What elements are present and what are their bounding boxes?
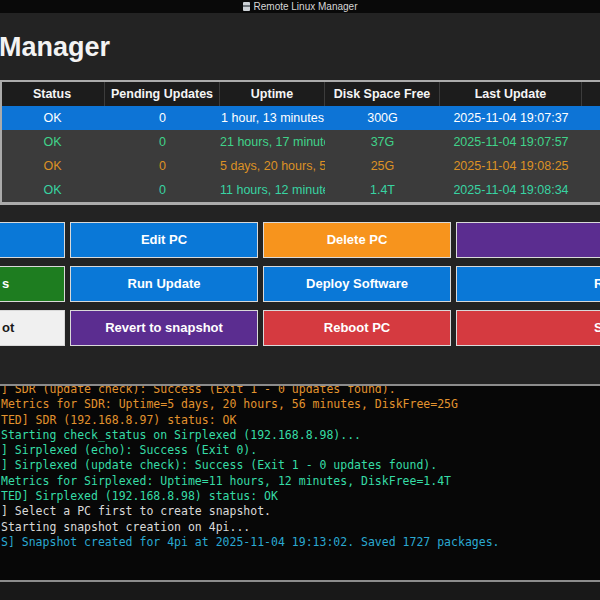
column-header-2[interactable]: Uptime (220, 82, 325, 106)
table-cell: 0 (105, 178, 220, 202)
pc-table: StatusPending UpdatesUptimeDisk Space Fr… (0, 80, 600, 205)
table-cell: 2025-11-04 19:07:37 (440, 106, 582, 130)
revert-to-snapshot-button[interactable]: Revert to snapshot (70, 310, 258, 346)
table-row[interactable]: OK05 days, 20 hours, 5625G2025-11-04 19:… (0, 154, 600, 178)
reboot-pc-button[interactable]: Reboot PC (263, 310, 451, 346)
log-output[interactable]: ] SDR (update check): Success (Exit 1 - … (0, 384, 600, 582)
titlebar[interactable]: Remote Linux Manager (0, 0, 600, 13)
button-label-fragment: ot (2, 311, 14, 345)
table-cell: OK (0, 178, 105, 202)
log-line: ] Sirplexed (update check): Success (Exi… (1, 458, 437, 472)
table-cell: 0 (105, 130, 220, 154)
log-text: ] SDR (update check): Success (Exit 1 - … (1, 384, 500, 550)
deploy-software-button[interactable]: Deploy Software (263, 266, 451, 302)
table-cell: OK (0, 154, 105, 178)
table-cell: 11 hours, 12 minute (220, 178, 325, 202)
table-row[interactable]: OK021 hours, 17 minute37G2025-11-04 19:0… (0, 130, 600, 154)
column-header-4[interactable]: Last Update (440, 82, 582, 106)
column-header-5[interactable]: L (582, 82, 600, 106)
run-update-button[interactable]: Run Update (70, 266, 258, 302)
table-cell: 2025-11-04 19:08:25 (440, 154, 582, 178)
column-header-3[interactable]: Disk Space Free (325, 82, 440, 106)
column-header-1[interactable]: Pending Updates (105, 82, 220, 106)
table-cell: 1 hour, 13 minutes (220, 106, 325, 130)
log-line: ] Select a PC first to create snapshot. (1, 504, 271, 518)
table-cell: OK (0, 130, 105, 154)
column-header-0[interactable]: Status (0, 82, 105, 106)
cut-button-r2c0[interactable]: ot (0, 310, 65, 346)
cut-button-r0c0[interactable] (0, 222, 65, 258)
log-line: S] Snapshot created for 4pi at 2025-11-0… (1, 535, 500, 549)
edit-pc-button[interactable]: Edit PC (70, 222, 258, 258)
table-cell: 0 (105, 106, 220, 130)
table-cell: 37G (325, 130, 440, 154)
table-cell: 0 (105, 154, 220, 178)
table-cell: OK (0, 106, 105, 130)
table-row[interactable]: OK01 hour, 13 minutes300G2025-11-04 19:0… (0, 106, 600, 130)
table-cell: 25G (325, 154, 440, 178)
table-row[interactable]: OK011 hours, 12 minute1.4T2025-11-04 19:… (0, 178, 600, 202)
table-cell: 2025-11-04 19:07:57 (440, 130, 582, 154)
cut-button-r2c3[interactable]: S (456, 310, 600, 346)
table-cell: 21 hours, 17 minute (220, 130, 325, 154)
table-cell: 2025-11-04 19:08:34 (440, 178, 582, 202)
log-line: Metrics for SDR: Uptime=5 days, 20 hours… (1, 397, 458, 411)
log-line: ] Sirplexed (echo): Success (Exit 0). (1, 443, 257, 457)
table-cell: 300G (325, 106, 440, 130)
button-label-fragment: R (594, 267, 600, 301)
app-window: Remote Linux Manager Manager StatusPendi… (0, 0, 600, 600)
log-line: TED] SDR (192.168.8.97) status: OK (1, 413, 236, 427)
delete-pc-button[interactable]: Delete PC (263, 222, 451, 258)
table-cell: 5 days, 20 hours, 56 (220, 154, 325, 178)
log-line: ] SDR (update check): Success (Exit 1 - … (1, 384, 396, 396)
log-line: Starting snapshot creation on 4pi... (1, 520, 250, 534)
log-line: Starting check_status on Sirplexed (192.… (1, 428, 361, 442)
log-line: Metrics for Sirplexed: Uptime=11 hours, … (1, 474, 451, 488)
button-label-fragment: S (594, 311, 600, 345)
log-line: TED] Sirplexed (192.168.8.98) status: OK (1, 489, 278, 503)
titlebar-title: Remote Linux Manager (254, 0, 358, 13)
cut-button-r1c0[interactable]: s (0, 266, 65, 302)
cut-button-r1c3[interactable]: R (456, 266, 600, 302)
bottom-area (0, 582, 600, 600)
app-window-icon (243, 2, 250, 11)
page-title: Manager (0, 32, 110, 63)
table-cell: 1.4T (325, 178, 440, 202)
button-label-fragment: s (2, 267, 9, 301)
cut-button-r0c3[interactable] (456, 222, 600, 258)
table-header-row: StatusPending UpdatesUptimeDisk Space Fr… (0, 82, 600, 106)
